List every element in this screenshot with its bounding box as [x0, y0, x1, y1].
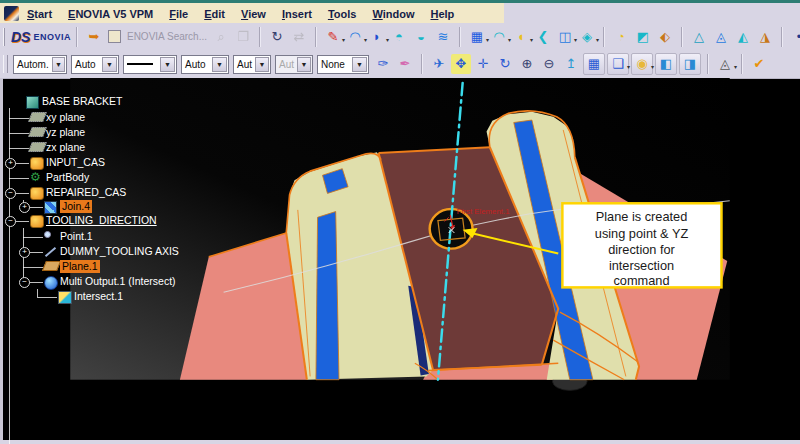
enovia-search-checkbox[interactable]: [108, 30, 121, 43]
menu-item-edit[interactable]: Edit: [204, 8, 225, 20]
refresh-exchange-icon[interactable]: ↻: [267, 27, 287, 47]
tree-item-multi-output-1-intersect[interactable]: Multi Output.1 (Intersect): [60, 275, 176, 288]
fill-surface-icon[interactable]: ◔: [611, 27, 631, 47]
tree-expander-input-cas[interactable]: +: [5, 158, 16, 169]
combo-dropdown-button[interactable]: ▼: [352, 57, 367, 72]
bump-surface-icon[interactable]: ◒: [411, 27, 431, 47]
line-type-combo[interactable]: ▼: [123, 55, 177, 74]
tree-item-base-bracket[interactable]: BASE BRACKET: [42, 95, 123, 108]
menu-item-tools[interactable]: Tools: [328, 8, 357, 20]
adaptive-sweep-icon[interactable]: ◈▾: [577, 27, 597, 47]
tree-icon-intersect-icon[interactable]: [58, 291, 72, 304]
multi-section-icon[interactable]: ◫▾: [555, 27, 575, 47]
rough-offset-icon[interactable]: ◗▾: [367, 27, 387, 47]
combo-dropdown-button[interactable]: ▼: [102, 57, 117, 72]
zoom-out-icon[interactable]: ⊖: [539, 54, 559, 74]
disassemble-icon[interactable]: ◮: [755, 27, 775, 47]
full-screen-icon[interactable]: ◨: [679, 53, 701, 75]
tree-icon-partbody-icon[interactable]: ⚙: [30, 171, 41, 183]
tree-item-input-cas[interactable]: INPUT_CAS: [46, 156, 105, 169]
tree-icon-point-icon[interactable]: [44, 231, 51, 238]
window-bottom-border: [0, 440, 800, 444]
sketcher-icon[interactable]: ✎▾: [323, 27, 343, 47]
tree-expander-tooling-direction[interactable]: −: [5, 216, 16, 227]
dome-surface-icon[interactable]: ◓: [389, 27, 409, 47]
search-window-icon: ❐: [233, 27, 253, 47]
tree-icon-root-icon[interactable]: [26, 96, 39, 109]
svg-text:intersection: intersection: [609, 258, 674, 273]
menu-item-file[interactable]: File: [169, 8, 188, 20]
tree-icon-body-icon[interactable]: [30, 215, 44, 228]
point-icon[interactable]: •▾: [789, 27, 800, 47]
standard-toolbar: DS ENOVIA ➥ENOVIA Search...⌕❐↻⇄✎▾◠▾◗▾◓◒≋…: [0, 23, 800, 51]
combo-dropdown-button[interactable]: ▼: [255, 57, 269, 72]
opacity-combo[interactable]: Auto▼: [71, 55, 119, 74]
render-style-icon[interactable]: ◉▾: [631, 53, 653, 75]
tree-item-join-4[interactable]: Join.4: [60, 200, 92, 213]
tree-icon-join-icon[interactable]: [44, 201, 57, 214]
blend-surface-icon[interactable]: ◩: [633, 27, 653, 47]
tree-item-partbody[interactable]: PartBody: [46, 171, 89, 184]
menu-item-view[interactable]: View: [241, 8, 266, 20]
catia-window: StartENOVIA V5 VPMFileEditViewInsertTool…: [0, 0, 800, 444]
fit-all-in-icon[interactable]: ✥: [451, 54, 471, 74]
wrap-curve-icon[interactable]: ≋: [433, 27, 453, 47]
update-icon[interactable]: ✔: [749, 54, 769, 74]
tree-expander-repaired-cas[interactable]: −: [5, 188, 16, 199]
surfaces-grid-icon[interactable]: ▦▾: [467, 27, 487, 47]
tree-item-dummy-tooling-axis[interactable]: DUMMY_TOOLING AXIS: [60, 245, 179, 258]
combo-dropdown-button[interactable]: ▼: [212, 57, 227, 72]
tree-item-plane-1[interactable]: Plane.1: [60, 260, 100, 273]
iso-view-icon[interactable]: ❑▾: [607, 53, 629, 75]
menu-items: StartENOVIA V5 VPMFileEditViewInsertTool…: [27, 4, 470, 22]
fly-mode-icon[interactable]: ✈: [429, 54, 449, 74]
half-dome-icon[interactable]: ◖▾: [511, 27, 531, 47]
menu-item-window[interactable]: Window: [372, 8, 414, 20]
toolbar-grip[interactable]: [3, 55, 8, 73]
menu-item-insert[interactable]: Insert: [282, 8, 312, 20]
graphic-color-combo[interactable]: Autom.▼: [13, 55, 67, 74]
hide-show-icon[interactable]: ◧: [655, 53, 677, 75]
tree-icon-body-icon[interactable]: [30, 187, 44, 200]
tree-expander-join-4[interactable]: +: [19, 202, 30, 213]
part-left-blue-stripe[interactable]: [316, 212, 339, 380]
swept-surface-icon[interactable]: ◠▾: [489, 27, 509, 47]
quick-view-icon[interactable]: ▦: [583, 53, 605, 75]
combo-dropdown-button[interactable]: ▼: [160, 57, 175, 72]
tree-item-yz-plane[interactable]: yz plane: [46, 126, 85, 139]
bent-surface-icon[interactable]: ❮: [533, 27, 553, 47]
tree-item-point-1[interactable]: Point.1: [60, 230, 93, 243]
tree-item-zx-plane[interactable]: zx plane: [46, 141, 85, 154]
normal-view-icon[interactable]: ↥: [561, 54, 581, 74]
3d-viewport[interactable]: First Element.1 Plane is created using p…: [0, 78, 800, 440]
combo-dropdown-button[interactable]: ▼: [297, 57, 311, 72]
pan-icon[interactable]: ✛: [473, 54, 493, 74]
healing-icon[interactable]: ◬: [711, 27, 731, 47]
tree-expander-multi-output-1-intersect[interactable]: −: [19, 277, 30, 288]
menu-item-help[interactable]: Help: [430, 8, 454, 20]
copy-graphic-properties-icon[interactable]: ✑: [373, 54, 393, 74]
tree-item-tooling-direction[interactable]: TOOLING_DIRECTION: [46, 214, 157, 227]
tree-icon-body-icon[interactable]: [30, 157, 44, 170]
menu-item-enovia-v5-vpm[interactable]: ENOVIA V5 VPM: [68, 8, 153, 20]
catalog-browser-icon[interactable]: ◬▾: [715, 54, 735, 74]
join-icon[interactable]: △: [689, 27, 709, 47]
tree-item-intersect-1[interactable]: Intersect.1: [74, 290, 123, 303]
graphic-properties-wizard-icon[interactable]: ✒: [395, 54, 415, 74]
extract-icon[interactable]: ⬖: [655, 27, 675, 47]
offset-surface-icon[interactable]: ◠▾: [345, 27, 365, 47]
menu-item-start[interactable]: Start: [27, 8, 52, 20]
line-weight-combo[interactable]: Auto▼: [181, 55, 229, 74]
tree-item-xy-plane[interactable]: xy plane: [46, 111, 85, 124]
toolbar-grip[interactable]: [3, 28, 5, 46]
rotate-icon[interactable]: ↻: [495, 54, 515, 74]
untrim-icon[interactable]: ◭: [733, 27, 753, 47]
tree-icon-multi-icon[interactable]: [44, 276, 58, 290]
tree-item-repaired-cas[interactable]: REPAIRED_CAS: [46, 186, 126, 199]
tree-expander-dummy-tooling-axis[interactable]: +: [19, 247, 30, 258]
paste-from-enovia-icon[interactable]: ➥: [84, 27, 104, 47]
layer-combo[interactable]: None▼: [317, 55, 369, 74]
point-style-combo[interactable]: Aut▼: [233, 55, 271, 74]
combo-dropdown-button[interactable]: ▼: [52, 57, 65, 72]
zoom-in-icon[interactable]: ⊕: [517, 54, 537, 74]
